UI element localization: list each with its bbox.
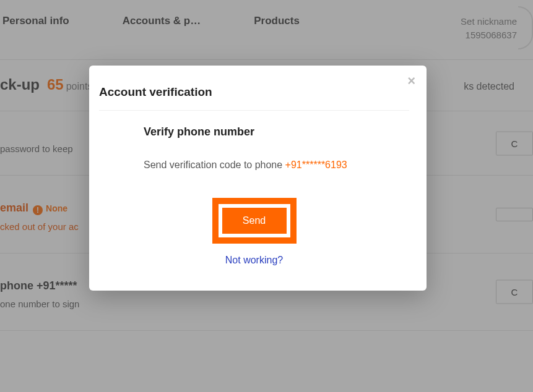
close-icon[interactable]: × [407, 74, 415, 88]
send-button[interactable]: Send [222, 208, 287, 234]
not-working-link[interactable]: Not working? [225, 255, 283, 265]
verification-modal: × Account verification Verify phone numb… [89, 66, 427, 291]
verify-heading: Verify phone number [144, 126, 409, 138]
verify-text-prefix: Send verification code to phone [144, 160, 285, 170]
masked-phone: +91******6193 [285, 160, 347, 170]
verify-text: Send verification code to phone +91*****… [144, 160, 409, 171]
send-highlight: Send [212, 198, 297, 244]
modal-title: Account verification [99, 85, 409, 111]
